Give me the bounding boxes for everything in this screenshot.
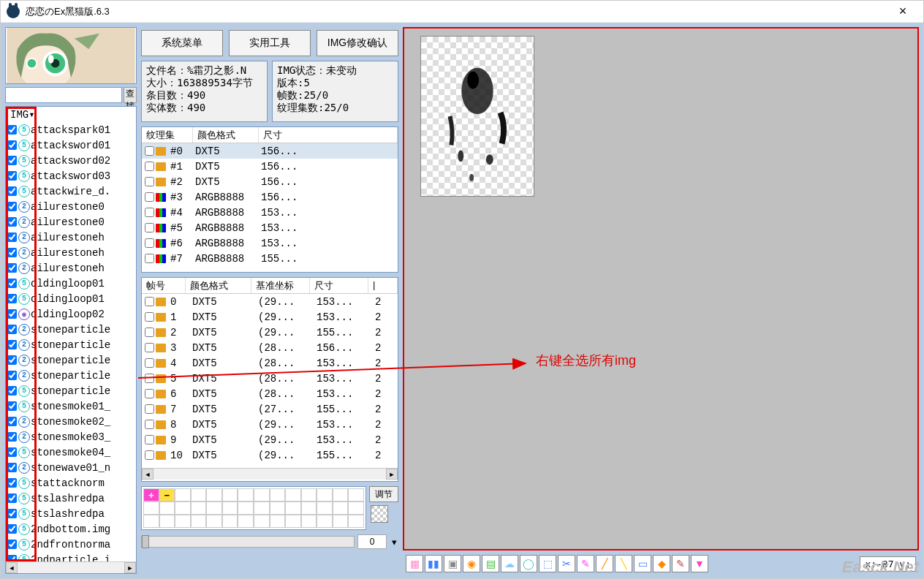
tree-item[interactable]: 5attackwire_d. [6, 183, 136, 199]
toolbar-button-1[interactable]: ▮▮ [425, 555, 442, 572]
palette-cell[interactable] [301, 488, 317, 502]
frame-row[interactable]: 7DXT5(27...155...2 [142, 401, 398, 417]
palette-cell[interactable] [143, 515, 159, 528]
palette-cell[interactable] [175, 515, 191, 528]
tree-item[interactable]: 5oldingloop01 [6, 276, 136, 291]
palette-cell[interactable] [301, 515, 317, 528]
frame-scrollbar[interactable]: ◄► [142, 468, 398, 480]
tree-checkbox[interactable] [7, 325, 17, 334]
palette-cell[interactable] [222, 488, 238, 502]
tree-item[interactable]: 2ailurestoneh [6, 245, 136, 260]
tree-checkbox[interactable] [7, 417, 17, 426]
palette-cell[interactable] [175, 502, 191, 515]
palette-cell[interactable] [333, 488, 349, 502]
palette-cell[interactable] [159, 515, 175, 528]
toolbar-button-5[interactable]: ☁ [501, 555, 518, 572]
texture-row[interactable]: #0DXT5156... [142, 143, 398, 159]
tree-item[interactable]: 2stoneparticle [6, 337, 136, 352]
tree-checkbox[interactable] [7, 340, 17, 349]
palette-cell[interactable] [191, 502, 207, 515]
tree-checkbox[interactable] [7, 540, 17, 549]
palette-cell[interactable] [238, 488, 254, 502]
tree-item[interactable]: 2stonewave01_n [6, 460, 136, 475]
palette-cell[interactable] [333, 502, 349, 515]
tree-checkbox[interactable] [7, 232, 17, 242]
tree-checkbox[interactable] [7, 432, 17, 442]
frame-row[interactable]: 3DXT5(28...156...2 [142, 340, 398, 355]
tree-item[interactable]: 52ndbottom.img [6, 521, 136, 537]
tree-item[interactable]: ◉oldingloop02 [6, 306, 136, 322]
palette-cell[interactable] [285, 488, 301, 502]
adjust-button[interactable]: 调节 [369, 486, 398, 502]
tree-item[interactable]: 2stonesmoke02_ [6, 414, 136, 429]
img-confirm-button[interactable]: IMG修改确认 [317, 30, 398, 56]
palette-cell[interactable]: − [159, 488, 175, 502]
toolbar-button-10[interactable]: ╱ [596, 555, 613, 572]
tree-checkbox[interactable] [7, 447, 17, 457]
tree-checkbox[interactable] [7, 125, 17, 135]
tree-item[interactable]: 5stoneparticle [6, 383, 136, 398]
palette-cell[interactable] [285, 502, 301, 515]
tree-item[interactable]: 5stonesmoke01_ [6, 398, 136, 414]
system-menu-button[interactable]: 系统菜单 [141, 30, 223, 56]
frame-row[interactable]: 9DXT5(29...153...2 [142, 432, 398, 447]
th-frameid[interactable]: 帧号 [142, 278, 186, 293]
frame-row[interactable]: 0DXT5(29...153...2 [142, 294, 398, 309]
tree-checkbox[interactable] [7, 386, 17, 396]
tree-item[interactable]: 2ailurestoneh [6, 260, 136, 276]
toolbar-button-9[interactable]: ✎ [577, 555, 594, 572]
tree-item[interactable]: 5stslashredpa [6, 506, 136, 521]
toolbar-button-7[interactable]: ⬚ [539, 555, 556, 572]
tree-checkbox[interactable] [7, 171, 17, 181]
tree-item[interactable]: 5stonesmoke04_ [6, 444, 136, 460]
frame-slider[interactable] [141, 536, 355, 548]
palette-cell[interactable]: + [143, 488, 159, 502]
palette-cell[interactable] [270, 488, 286, 502]
close-button[interactable]: × [888, 1, 917, 22]
palette-cell[interactable] [206, 515, 222, 528]
texture-row[interactable]: #6ARGB8888153... [142, 235, 398, 251]
tree-item[interactable]: 2stoneparticle [6, 368, 136, 383]
tree-checkbox[interactable] [7, 478, 17, 488]
palette-cell[interactable] [238, 515, 254, 528]
tree-item[interactable]: 5attackspark01 [6, 122, 136, 137]
texture-row[interactable]: #3ARGB8888156... [142, 189, 398, 205]
tree-checkbox[interactable] [7, 524, 17, 534]
toolbar-button-15[interactable]: ▼ [691, 555, 708, 572]
th-x[interactable]: | [368, 278, 398, 293]
palette-cell[interactable] [238, 502, 254, 515]
toolbar-button-6[interactable]: ◯ [520, 555, 537, 572]
tree-item[interactable]: 5attacksword02 [6, 153, 136, 168]
tools-button[interactable]: 实用工具 [229, 30, 311, 56]
palette-cell[interactable] [333, 515, 349, 528]
toolbar-button-13[interactable]: ◆ [653, 555, 670, 572]
tree-item[interactable]: 2ailurestoneh [6, 230, 136, 245]
tree-checkbox[interactable] [7, 371, 17, 380]
frame-row[interactable]: 1DXT5(29...153...2 [142, 309, 398, 325]
palette-cell[interactable] [254, 502, 270, 515]
toolbar-button-2[interactable]: ▣ [444, 555, 461, 572]
tree-checkbox[interactable] [7, 186, 17, 196]
tree-item[interactable]: 5attacksword01 [6, 137, 136, 153]
toolbar-button-4[interactable]: ▤ [482, 555, 499, 572]
tree-checkbox[interactable] [7, 140, 17, 150]
palette-cell[interactable] [222, 502, 238, 515]
palette-cell[interactable] [348, 515, 364, 528]
tree-checkbox[interactable] [7, 248, 17, 257]
tree-item[interactable]: 2stoneparticle [6, 352, 136, 368]
tree-checkbox[interactable] [7, 401, 17, 411]
tree-item[interactable]: 52ndfrontnorma [6, 537, 136, 552]
tree-item[interactable]: 2stoneparticle [6, 322, 136, 337]
palette-cell[interactable] [254, 488, 270, 502]
palette-cell[interactable] [143, 502, 159, 515]
tree-checkbox[interactable] [7, 156, 17, 165]
palette-cell[interactable] [317, 515, 333, 528]
palette-cell[interactable] [159, 502, 175, 515]
palette-cell[interactable] [191, 488, 207, 502]
palette-cell[interactable] [348, 488, 364, 502]
palette-cell[interactable] [206, 502, 222, 515]
th-colorfmt[interactable]: 颜色格式 [193, 127, 259, 143]
palette-cell[interactable] [301, 502, 317, 515]
tree-checkbox[interactable] [7, 279, 17, 288]
tree-item[interactable]: 2stonesmoke03_ [6, 429, 136, 444]
